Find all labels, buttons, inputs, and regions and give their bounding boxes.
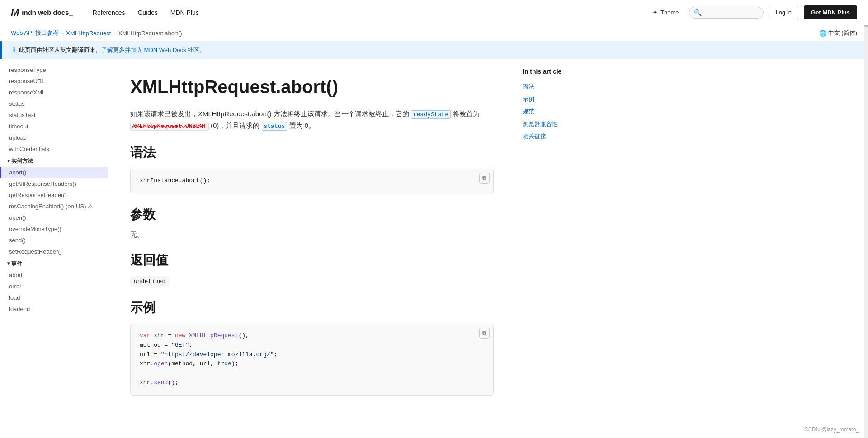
- sidebar-section-methods[interactable]: ▾ 实例方法: [0, 155, 108, 167]
- toc-item-compat[interactable]: 浏览器兼容性: [523, 118, 599, 131]
- sidebar-item-send[interactable]: send(): [0, 235, 108, 246]
- scrollbar-track[interactable]: [864, 0, 868, 438]
- example-code-block: ⧉ var xhr = new XMLHttpRequest(), method…: [130, 324, 494, 396]
- search-box: 🔍: [689, 7, 764, 19]
- syntax-code: xhrInstance.abort();: [140, 177, 210, 184]
- sidebar-item-abort-event[interactable]: abort: [0, 269, 108, 281]
- sidebar-item-responseType[interactable]: responseType: [0, 64, 108, 75]
- main-content: XMLHttpRequest.abort() 如果该请求已被发出，XMLHttp…: [108, 59, 515, 438]
- sidebar: responseType responseURL responseXML sta…: [0, 59, 108, 438]
- nav-guides[interactable]: Guides: [132, 5, 163, 20]
- sidebar-section-events[interactable]: ▾ 事件: [0, 257, 108, 269]
- section-methods-label: ▾ 实例方法: [7, 157, 33, 165]
- sun-icon: ☀: [652, 9, 658, 16]
- login-button[interactable]: Log in: [769, 6, 798, 19]
- desc-text2: 将被置为: [453, 110, 480, 118]
- example-code-line2: method = "GET",: [140, 341, 484, 350]
- toc-panel: In this article 语法 示例 规范 浏览器兼容性 相关链接: [515, 59, 606, 438]
- sidebar-item-responseURL[interactable]: responseURL: [0, 75, 108, 87]
- theme-label: Theme: [660, 9, 679, 16]
- header: M mdn web docs_ References Guides MDN Pl…: [0, 0, 868, 25]
- sidebar-item-overrideMimeType[interactable]: overrideMimeType(): [0, 223, 108, 235]
- notice-link[interactable]: 了解更多并加入 MDN Web Docs 社区。: [101, 47, 205, 53]
- return-heading: 返回值: [130, 252, 494, 269]
- example-code-line6: xhr.send();: [140, 378, 484, 388]
- search-icon: 🔍: [694, 9, 702, 16]
- desc-text4: 置为 0。: [289, 122, 316, 129]
- main-layout: responseType responseURL responseXML sta…: [0, 59, 868, 438]
- params-text: 无。: [130, 231, 494, 239]
- info-icon: ℹ: [13, 46, 15, 54]
- example-code-line5: [140, 369, 484, 378]
- breadcrumb: Web API 接口参考 › XMLHttpRequest › XMLHttpR…: [11, 29, 182, 37]
- breadcrumb-xmlhttprequest[interactable]: XMLHttpRequest: [66, 30, 111, 37]
- toc-title: In this article: [523, 68, 599, 75]
- toc-item-syntax[interactable]: 语法: [523, 80, 599, 93]
- example-heading: 示例: [130, 299, 494, 316]
- sidebar-item-responseXML[interactable]: responseXML: [0, 87, 108, 98]
- section-events-label: ▾ 事件: [7, 260, 22, 268]
- search-input[interactable]: [704, 9, 759, 16]
- get-mdn-button[interactable]: Get MDN Plus: [804, 5, 857, 19]
- sidebar-item-abort[interactable]: abort(): [0, 167, 108, 178]
- nav-mdn-plus[interactable]: MDN Plus: [165, 5, 204, 20]
- logo-m-icon: M: [11, 7, 19, 19]
- theme-button[interactable]: ☀ Theme: [648, 6, 683, 19]
- breadcrumb-sep-2: ›: [113, 30, 115, 37]
- toc-item-spec[interactable]: 规范: [523, 105, 599, 118]
- readystate-code: readyState: [411, 110, 451, 119]
- breadcrumb-bar: Web API 接口参考 › XMLHttpRequest › XMLHttpR…: [0, 25, 868, 41]
- sidebar-item-timeout[interactable]: timeout: [0, 121, 108, 132]
- sidebar-item-msCachingEnabled[interactable]: msCachingEnabled() (en-US) ⚠: [0, 201, 108, 212]
- status-code: status: [262, 122, 288, 131]
- logo[interactable]: M mdn web docs_: [11, 7, 73, 19]
- example-copy-button[interactable]: ⧉: [479, 328, 490, 339]
- syntax-code-block: ⧉ xhrInstance.abort();: [130, 169, 494, 193]
- watermark: CSDN @lazy_tomato_: [804, 426, 859, 433]
- description: 如果该请求已被发出，XMLHttpRequest.abort() 方法将终止该请…: [130, 108, 494, 132]
- toc-item-related[interactable]: 相关链接: [523, 130, 599, 143]
- desc-text3: (0)，并且请求的: [211, 122, 259, 129]
- return-value: undefined: [130, 276, 169, 287]
- breadcrumb-sep-1: ›: [61, 30, 63, 37]
- toc-item-example[interactable]: 示例: [523, 93, 599, 106]
- syntax-heading: 语法: [130, 144, 494, 161]
- sidebar-item-getAllResponseHeaders[interactable]: getAllResponseHeaders(): [0, 178, 108, 189]
- unsent-code: XMLHttpRequest.UNSENT: [130, 122, 209, 131]
- sidebar-item-status[interactable]: status: [0, 98, 108, 109]
- params-heading: 参数: [130, 206, 494, 223]
- globe-icon: 🌐: [819, 30, 826, 37]
- sidebar-item-getResponseHeader[interactable]: getResponseHeader(): [0, 189, 108, 201]
- sidebar-item-load[interactable]: load: [0, 292, 108, 303]
- header-right: ☀ Theme 🔍 Log in Get MDN Plus: [648, 5, 857, 19]
- notice-text: 此页面由社区从英文翻译而来。了解更多并加入 MDN Web Docs 社区。: [19, 46, 205, 54]
- sidebar-item-setRequestHeader[interactable]: setRequestHeader(): [0, 246, 108, 257]
- main-nav: References Guides MDN Plus: [87, 5, 648, 20]
- nav-references[interactable]: References: [87, 5, 131, 20]
- sidebar-item-withCredentials[interactable]: withCredentials: [0, 143, 108, 155]
- example-code-line3: url = "https://developer.mozilla.org/";: [140, 350, 484, 360]
- syntax-copy-button[interactable]: ⧉: [479, 173, 490, 184]
- sidebar-item-upload[interactable]: upload: [0, 132, 108, 143]
- sidebar-item-open[interactable]: open(): [0, 212, 108, 223]
- lang-label: 中文 (简体): [828, 29, 857, 37]
- sidebar-item-error[interactable]: error: [0, 281, 108, 292]
- breadcrumb-web-api[interactable]: Web API 接口参考: [11, 29, 59, 37]
- notice-banner: ℹ 此页面由社区从英文翻译而来。了解更多并加入 MDN Web Docs 社区。: [0, 41, 868, 59]
- sidebar-item-statusText[interactable]: statusText: [0, 109, 108, 121]
- breadcrumb-current: XMLHttpRequest.abort(): [118, 30, 182, 37]
- desc-text1: 如果该请求已被发出，XMLHttpRequest.abort() 方法将终止该请…: [130, 110, 409, 118]
- lang-switcher[interactable]: 🌐 中文 (简体): [819, 29, 857, 37]
- page-title: XMLHttpRequest.abort(): [130, 77, 494, 97]
- logo-text: mdn web docs_: [22, 9, 73, 16]
- example-code-line4: xhr.open(method, url, true);: [140, 359, 484, 369]
- sidebar-item-loadend[interactable]: loadend: [0, 303, 108, 315]
- example-code-line1: var xhr = new XMLHttpRequest(),: [140, 331, 484, 341]
